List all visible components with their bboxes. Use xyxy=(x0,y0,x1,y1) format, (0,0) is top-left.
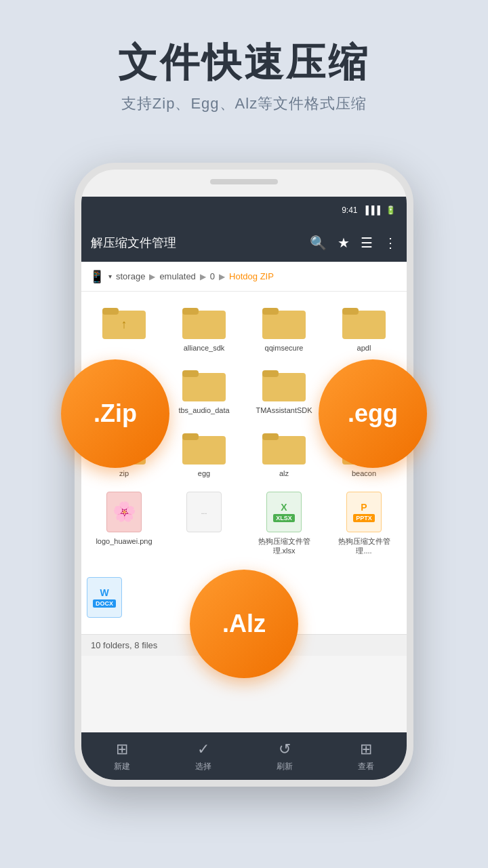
file-name-xlsx: 热狗压缩文件管理.xlsx xyxy=(253,536,314,556)
phone-notch xyxy=(210,179,278,184)
tab-refresh[interactable]: ↺ 刷新 xyxy=(244,741,325,772)
svg-text:↑: ↑ xyxy=(121,317,127,331)
file-name-alz: alz xyxy=(279,469,289,478)
xlsx-file-icon: X XLSX xyxy=(266,492,302,532)
folder-icon-tmassist xyxy=(262,366,306,401)
file-name-beacon: beacon xyxy=(352,469,376,478)
egg-badge: .egg xyxy=(319,359,427,468)
file-name-apdl: apdl xyxy=(357,343,371,353)
file-item-tbs-audio[interactable]: tbs_audio_data xyxy=(164,359,244,422)
svg-rect-1 xyxy=(102,308,119,315)
svg-rect-8 xyxy=(342,308,359,315)
svg-rect-3 xyxy=(182,311,226,339)
alz-badge: .Alz xyxy=(190,570,298,678)
svg-rect-12 xyxy=(182,370,199,377)
tab-select[interactable]: ✓ 选择 xyxy=(163,741,244,772)
breadcrumb-storage[interactable]: storage xyxy=(116,271,145,281)
file-item-unknown[interactable]: ... xyxy=(164,485,244,563)
file-name-tbs-audio: tbs_audio_data xyxy=(178,406,229,415)
main-title: 文件快速压缩 xyxy=(27,41,461,84)
egg-badge-text: .egg xyxy=(348,399,398,428)
sub-title: 支持Zip、Egg、Alz等文件格式压缩 xyxy=(27,94,461,114)
file-name-alliance: alliance_sdk xyxy=(184,343,225,353)
footer-info-text: 10 folders, 8 files xyxy=(91,640,157,650)
new-icon: ⊞ xyxy=(116,741,128,758)
folder-icon-egg xyxy=(182,429,226,465)
svg-rect-22 xyxy=(262,433,279,440)
file-item-alliance[interactable]: alliance_sdk xyxy=(164,297,244,359)
file-name-logo: logo_huawei.png xyxy=(96,536,152,546)
pptx-file-icon: P PPTX xyxy=(346,492,382,532)
svg-rect-5 xyxy=(262,311,306,339)
file-item-back[interactable]: ↑ xyxy=(84,297,164,359)
file-item-qqim[interactable]: qqimsecure xyxy=(244,297,324,359)
docx-file-icon: W DOCX xyxy=(87,577,122,618)
breadcrumb-bar: 📱 ▾ storage ▶ emulated ▶ 0 ▶ Hotdog ZIP xyxy=(81,262,407,292)
app-header-title: 解压缩文件管理 xyxy=(91,235,299,251)
file-item-logo[interactable]: 🌸 logo_huawei.png xyxy=(84,485,164,563)
docx-badge: DOCX xyxy=(93,599,116,608)
tab-view[interactable]: ⊞ 查看 xyxy=(325,741,407,772)
tab-select-label: 选择 xyxy=(195,761,211,772)
star-icon[interactable]: ★ xyxy=(338,235,350,251)
file-name-egg: egg xyxy=(198,469,210,478)
device-icon: 📱 xyxy=(89,269,104,284)
status-bar: 9:41 ▐▐▐ 🔋 xyxy=(81,197,407,224)
file-item-tmassist[interactable]: TMAssistantSDK xyxy=(244,359,324,422)
svg-rect-7 xyxy=(342,311,386,339)
file-item-egg[interactable]: egg xyxy=(164,422,244,485)
status-signal: ▐▐▐ xyxy=(363,205,380,215)
svg-rect-20 xyxy=(182,433,199,440)
phone-mockup: 9:41 ▐▐▐ 🔋 解压缩文件管理 🔍 ★ ☰ ⋮ 📱 ▾ storage ▶… xyxy=(75,163,413,787)
file-item-apdl[interactable]: apdl xyxy=(324,297,404,359)
menu-icon[interactable]: ☰ xyxy=(361,235,373,251)
unknown-file-icon: ... xyxy=(186,492,222,532)
status-battery: 🔋 xyxy=(386,205,396,215)
back-folder-icon: ↑ xyxy=(102,304,146,339)
file-name-pptx: 热狗压缩文件管理.... xyxy=(333,536,394,556)
breadcrumb-arrow1: ▶ xyxy=(149,272,155,281)
svg-rect-6 xyxy=(262,308,279,315)
bottom-bar: ⊞ 新建 ✓ 选择 ↺ 刷新 ⊞ 查看 xyxy=(81,732,407,780)
pptx-badge: PPTX xyxy=(353,514,375,522)
search-icon[interactable]: 🔍 xyxy=(310,235,327,251)
svg-rect-21 xyxy=(262,436,306,465)
app-screen: 9:41 ▐▐▐ 🔋 解压缩文件管理 🔍 ★ ☰ ⋮ 📱 ▾ storage ▶… xyxy=(81,197,407,780)
alz-badge-text: .Alz xyxy=(222,610,266,638)
file-item-xlsx[interactable]: X XLSX 热狗压缩文件管理.xlsx xyxy=(244,485,324,563)
app-header: 解压缩文件管理 🔍 ★ ☰ ⋮ xyxy=(81,224,407,262)
file-name-tmassist: TMAssistantSDK xyxy=(256,406,312,415)
tab-new[interactable]: ⊞ 新建 xyxy=(81,741,163,772)
breadcrumb-active[interactable]: Hotdog ZIP xyxy=(229,271,274,281)
top-section: 文件快速压缩 支持Zip、Egg、Alz等文件格式压缩 xyxy=(0,0,488,141)
file-name-zip: zip xyxy=(119,469,129,478)
file-name-qqim: qqimsecure xyxy=(265,343,304,353)
folder-icon-apdl xyxy=(342,304,386,339)
tab-refresh-label: 刷新 xyxy=(277,761,293,772)
file-item-docx[interactable]: W DOCX xyxy=(84,570,125,629)
breadcrumb-arrow2: ▶ xyxy=(200,272,206,281)
status-time: 9:41 xyxy=(342,205,357,215)
svg-rect-19 xyxy=(182,436,226,465)
file-item-alz[interactable]: alz xyxy=(244,422,324,485)
svg-rect-14 xyxy=(262,370,279,377)
folder-icon-alliance xyxy=(182,304,226,339)
tab-view-label: 查看 xyxy=(358,761,374,772)
svg-rect-11 xyxy=(182,373,226,401)
refresh-icon: ↺ xyxy=(279,741,291,758)
breadcrumb-emulated[interactable]: emulated xyxy=(159,271,195,281)
breadcrumb-0[interactable]: 0 xyxy=(210,271,215,281)
breadcrumb-arrow3: ▶ xyxy=(219,272,225,281)
zip-badge-text: .Zip xyxy=(94,399,137,428)
view-icon: ⊞ xyxy=(360,741,372,758)
phone-body: 9:41 ▐▐▐ 🔋 解压缩文件管理 🔍 ★ ☰ ⋮ 📱 ▾ storage ▶… xyxy=(75,163,413,787)
zip-badge: .Zip xyxy=(61,359,169,468)
select-icon: ✓ xyxy=(197,741,209,758)
dropdown-icon[interactable]: ▾ xyxy=(108,273,112,280)
png-file-icon: 🌸 xyxy=(106,492,142,532)
svg-rect-13 xyxy=(262,373,306,401)
folder-icon-alz xyxy=(262,429,306,465)
more-icon[interactable]: ⋮ xyxy=(384,235,397,251)
file-item-pptx[interactable]: P PPTX 热狗压缩文件管理.... xyxy=(324,485,404,563)
folder-icon-qqim xyxy=(262,304,306,339)
